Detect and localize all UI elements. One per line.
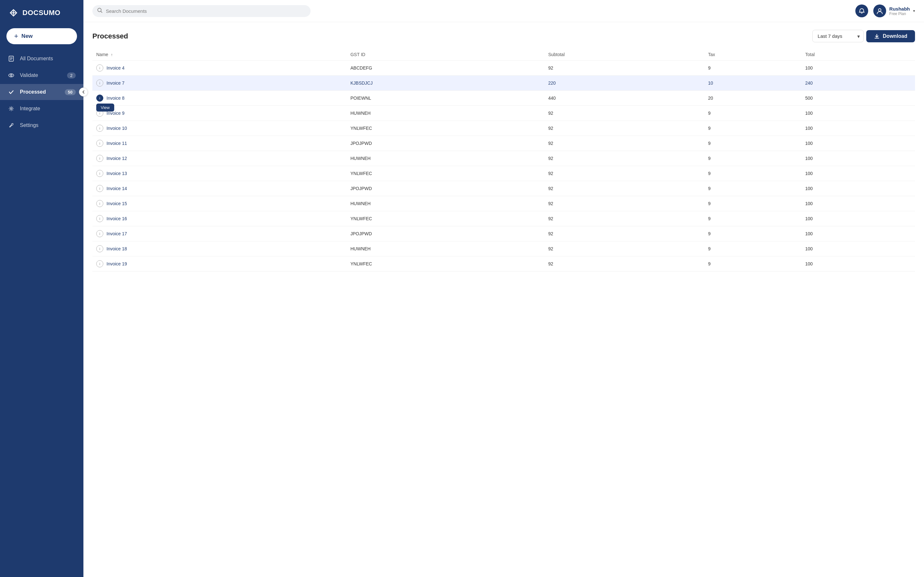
info-icon[interactable]: i — [96, 185, 103, 192]
cell-gst-id: KJBSDJCJ — [347, 76, 544, 91]
row-info-icon-wrap: iView — [96, 95, 103, 102]
cell-total: 100 — [801, 106, 915, 121]
info-icon[interactable]: i — [96, 170, 103, 177]
cell-name: iInvoice 13 — [92, 166, 347, 181]
cell-gst-id: YNLWFEC — [347, 211, 544, 226]
cell-gst-id: YNLWFEC — [347, 166, 544, 181]
name-cell: iInvoice 9 — [96, 110, 342, 117]
row-info-icon-wrap: i — [96, 185, 103, 192]
header-actions: Rushabh Free Plan ▾ — [855, 5, 915, 17]
download-button[interactable]: Download — [866, 30, 915, 42]
invoice-name-link[interactable]: Invoice 15 — [107, 201, 127, 206]
cell-total: 100 — [801, 166, 915, 181]
cell-name: iInvoice 16 — [92, 211, 347, 226]
cell-name: iInvoice 7 — [92, 76, 347, 91]
docsumo-logo-icon — [8, 7, 19, 19]
info-icon[interactable]: i — [96, 200, 103, 207]
sidebar-label-settings: Settings — [20, 122, 39, 128]
cell-gst-id: HUWNEH — [347, 106, 544, 121]
main-area: Rushabh Free Plan ▾ Processed Last 7 day… — [83, 0, 924, 577]
page-title: Processed — [92, 32, 128, 40]
cell-subtotal: 92 — [544, 166, 704, 181]
content-header: Processed Last 7 days Last 30 days Last … — [92, 30, 915, 42]
cell-tax: 9 — [704, 242, 801, 256]
col-header-name: Name ↑ — [92, 49, 347, 61]
new-button[interactable]: + New — [6, 28, 77, 44]
document-icon — [8, 55, 15, 62]
invoice-name-link[interactable]: Invoice 11 — [107, 141, 127, 146]
cell-tax: 9 — [704, 61, 801, 76]
search-input[interactable] — [92, 5, 310, 17]
table-row: iInvoice 7KJBSDJCJ22010240 — [92, 76, 915, 91]
download-label: Download — [883, 33, 907, 39]
cell-name: iInvoice 11 — [92, 136, 347, 151]
cell-tax: 9 — [704, 136, 801, 151]
table-row: iInvoice 17JPOJPWD929100 — [92, 226, 915, 242]
sidebar-item-settings[interactable]: Settings — [0, 117, 83, 133]
sidebar-item-integrate[interactable]: Integrate — [0, 101, 83, 117]
invoice-name-link[interactable]: Invoice 12 — [107, 156, 127, 161]
table-body: iInvoice 4ABCDEFG929100iInvoice 7KJBSDJC… — [92, 61, 915, 271]
cell-total: 100 — [801, 211, 915, 226]
cell-subtotal: 92 — [544, 61, 704, 76]
sidebar-label-processed: Processed — [20, 89, 46, 95]
table-row: iInvoice 9HUWNEH929100 — [92, 106, 915, 121]
info-icon[interactable]: i — [96, 64, 103, 71]
svg-point-5 — [11, 75, 12, 76]
cell-gst-id: ABCDEFG — [347, 61, 544, 76]
info-icon[interactable]: i — [96, 140, 103, 147]
cell-subtotal: 92 — [544, 256, 704, 271]
row-info-icon-wrap: i — [96, 230, 103, 237]
cell-tax: 9 — [704, 106, 801, 121]
date-filter-select[interactable]: Last 7 days Last 30 days Last 90 days Al… — [813, 30, 864, 42]
invoice-name-link[interactable]: Invoice 19 — [107, 261, 127, 266]
svg-point-4 — [9, 74, 14, 77]
user-area[interactable]: Rushabh Free Plan ▾ — [873, 5, 915, 17]
invoice-name-link[interactable]: Invoice 10 — [107, 126, 127, 131]
gear-icon — [8, 105, 15, 112]
row-info-icon-wrap: i — [96, 125, 103, 132]
cell-tax: 9 — [704, 181, 801, 196]
info-icon[interactable]: i — [96, 95, 103, 102]
cell-subtotal: 92 — [544, 151, 704, 166]
col-header-total: Total — [801, 49, 915, 61]
info-icon[interactable]: i — [96, 79, 103, 87]
row-info-icon-wrap: i — [96, 170, 103, 177]
info-icon[interactable]: i — [96, 125, 103, 132]
wrench-icon — [8, 122, 15, 129]
name-cell: iInvoice 19 — [96, 260, 342, 268]
cell-gst-id: POIEWNL — [347, 91, 544, 106]
row-info-icon-wrap: i — [96, 155, 103, 162]
validate-badge: 2 — [67, 73, 76, 79]
cell-total: 100 — [801, 242, 915, 256]
invoice-name-link[interactable]: Invoice 18 — [107, 246, 127, 251]
info-icon[interactable]: i — [96, 155, 103, 162]
sidebar-item-processed[interactable]: Processed 50 — [0, 84, 83, 100]
info-icon[interactable]: i — [96, 245, 103, 252]
invoice-name-link[interactable]: Invoice 17 — [107, 231, 127, 236]
sidebar-collapse-button[interactable] — [79, 87, 88, 97]
name-cell: iInvoice 11 — [96, 140, 342, 147]
cell-gst-id: JPOJPWD — [347, 226, 544, 242]
invoices-table: Name ↑ GST ID Subtotal Tax Total iInvoic… — [92, 49, 915, 271]
invoice-name-link[interactable]: Invoice 13 — [107, 171, 127, 176]
invoice-name-link[interactable]: Invoice 4 — [107, 65, 124, 71]
cell-tax: 20 — [704, 91, 801, 106]
info-icon[interactable]: i — [96, 230, 103, 237]
cell-subtotal: 92 — [544, 106, 704, 121]
name-cell: iInvoice 7 — [96, 79, 342, 87]
notification-button[interactable] — [855, 5, 868, 17]
sidebar-item-all-documents[interactable]: All Documents — [0, 51, 83, 67]
invoice-name-link[interactable]: Invoice 8 — [107, 95, 124, 101]
avatar — [873, 5, 886, 17]
cell-tax: 10 — [704, 76, 801, 91]
invoice-name-link[interactable]: Invoice 7 — [107, 81, 124, 85]
info-icon[interactable]: i — [96, 260, 103, 268]
row-info-icon-wrap: i — [96, 64, 103, 71]
logo-text: DOCSUMO — [23, 9, 60, 17]
sidebar-item-validate[interactable]: Validate 2 — [0, 67, 83, 83]
plus-icon: + — [14, 32, 18, 40]
invoice-name-link[interactable]: Invoice 16 — [107, 216, 127, 221]
info-icon[interactable]: i — [96, 215, 103, 222]
invoice-name-link[interactable]: Invoice 14 — [107, 186, 127, 191]
